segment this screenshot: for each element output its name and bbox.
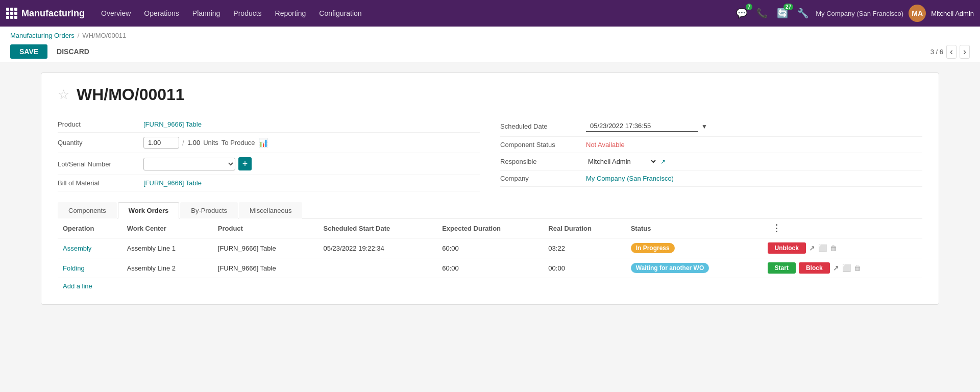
product-value[interactable]: [FURN_9666] Table [143,120,202,128]
row2-tablet-icon[interactable]: ⬜ [842,264,851,272]
row2-delete-icon[interactable]: 🗑 [854,264,861,272]
quantity-row: / 1.00 Units To Produce 📊 [143,137,268,149]
row1-product: [FURN_9666] Table [213,238,318,258]
product-label: Product [58,120,139,128]
row2-actions: Start Block ↗ ⬜ 🗑 [763,258,922,278]
col-scheduled-start: Scheduled Start Date [318,218,437,238]
nav-configuration[interactable]: Configuration [313,6,368,20]
row1-operation-link[interactable]: Assembly [63,244,91,252]
nav-products[interactable]: Products [227,6,267,20]
tab-components[interactable]: Components [58,202,117,218]
quantity-input[interactable] [143,137,179,149]
breadcrumb: Manufacturing Orders / WH/MO/00011 [10,27,970,41]
chat-badge: 7 [746,4,753,10]
row2-work-center: Assembly Line 2 [122,258,213,278]
discard-button[interactable]: DISCARD [52,44,94,59]
scheduled-date-input[interactable] [586,120,698,132]
quantity-total: 1.00 [187,139,200,146]
table-options-icon[interactable]: ⋮ [768,223,785,233]
start-button[interactable]: Start [768,262,796,274]
activity-badge: 27 [783,4,793,10]
breadcrumb-current: WH/MO/00011 [82,32,126,39]
col-actions: ⋮ [763,218,922,238]
responsible-ext-link-icon[interactable]: ↗ [660,158,666,165]
form-fields: Product [FURN_9666] Table Quantity / 1.0… [58,116,922,191]
component-status-value: Not Available [586,141,625,149]
title-row: ☆ WH/MO/00011 [58,85,922,104]
nav-menu: Overview Operations Planning Products Re… [95,6,732,20]
row2-operation-link[interactable]: Folding [63,264,85,272]
row2-status-badge: Waiting for another WO [631,263,709,273]
row1-action-icons: Unblock ↗ ⬜ 🗑 [768,242,917,254]
quantity-label: Quantity [58,139,139,146]
nav-reporting[interactable]: Reporting [269,6,312,20]
component-status-label: Component Status [500,141,582,149]
row1-scheduled-start: 05/23/2022 19:22:34 [318,238,437,258]
nav-operations[interactable]: Operations [138,6,185,20]
toolbar-right: 3 / 6 ‹ › [930,45,970,59]
to-produce-label: To Produce [222,139,255,146]
wrench-button[interactable]: 🔧 [795,6,811,21]
table-header-row: Operation Work Center Product Scheduled … [58,218,922,238]
scheduled-date-dropdown-icon[interactable]: ▼ [701,123,707,130]
forecast-icon[interactable]: 📊 [258,138,268,148]
unblock-button[interactable]: Unblock [768,242,806,254]
row1-expected-duration: 60:00 [437,238,543,258]
nav-planning[interactable]: Planning [186,6,227,20]
col-expected-duration: Expected Duration [437,218,543,238]
pagination-label: 3 / 6 [930,48,943,56]
nav-right: 💬 7 📞 🔄 27 🔧 My Company (San Francisco) … [734,5,974,22]
responsible-select[interactable]: Mitchell Admin [586,157,657,166]
favorite-star-icon[interactable]: ☆ [58,87,69,103]
row1-status: In Progress [626,238,763,258]
activity-button[interactable]: 🔄 27 [775,6,790,21]
row1-status-badge: In Progress [631,243,675,253]
bom-label: Bill of Material [58,179,139,187]
company-field: Company My Company (San Francisco) [500,170,922,187]
bom-field: Bill of Material [FURN_9666] Table [58,175,480,191]
tab-miscellaneous[interactable]: Miscellaneous [239,202,302,218]
scheduled-date-field: Scheduled Date ▼ [500,116,922,137]
next-button[interactable]: › [960,45,970,59]
scheduled-date-label: Scheduled Date [500,122,582,130]
row2-operation: Folding [58,258,122,278]
prev-button[interactable]: ‹ [946,45,957,59]
row1-real-duration: 03:22 [543,238,625,258]
row2-action-icons: Start Block ↗ ⬜ 🗑 [768,262,917,274]
lot-add-button[interactable]: + [238,157,252,170]
save-button[interactable]: SAVE [10,44,47,59]
row1-tablet-icon[interactable]: ⬜ [818,244,827,252]
tab-work-orders[interactable]: Work Orders [118,202,180,218]
company-value: My Company (San Francisco) [586,175,674,182]
nav-overview[interactable]: Overview [95,6,137,20]
tab-by-products[interactable]: By-Products [180,202,238,218]
chat-button[interactable]: 💬 7 [734,6,749,21]
row1-external-link-icon[interactable]: ↗ [809,244,815,252]
app-name: Manufacturing [21,8,85,19]
bom-value[interactable]: [FURN_9666] Table [143,179,202,187]
lot-row: + [143,157,252,170]
phone-button[interactable]: 📞 [754,6,770,21]
main-content: ☆ WH/MO/00011 Product [FURN_9666] Table … [0,62,980,315]
responsible-row: Mitchell Admin ↗ [586,157,666,166]
row2-status: Waiting for another WO [626,258,763,278]
col-status: Status [626,218,763,238]
avatar[interactable]: MA [909,5,926,22]
lot-select[interactable] [143,158,235,170]
app-logo[interactable]: Manufacturing [6,8,85,19]
nav-company[interactable]: My Company (San Francisco) [816,10,903,17]
row1-delete-icon[interactable]: 🗑 [830,244,837,252]
col-real-duration: Real Duration [543,218,625,238]
top-nav: Manufacturing Overview Operations Planni… [0,0,980,27]
grid-icon [6,8,17,19]
table-row: Folding Assembly Line 2 [FURN_9666] Tabl… [58,258,922,278]
row1-operation: Assembly [58,238,122,258]
nav-username[interactable]: Mitchell Admin [931,10,974,17]
quantity-unit: Units [203,139,218,146]
col-operation: Operation [58,218,122,238]
add-line-button[interactable]: Add a line [58,278,97,294]
breadcrumb-parent[interactable]: Manufacturing Orders [10,32,75,39]
work-orders-table: Operation Work Center Product Scheduled … [58,218,922,278]
block-button[interactable]: Block [799,262,830,274]
row2-external-link-icon[interactable]: ↗ [833,264,839,272]
